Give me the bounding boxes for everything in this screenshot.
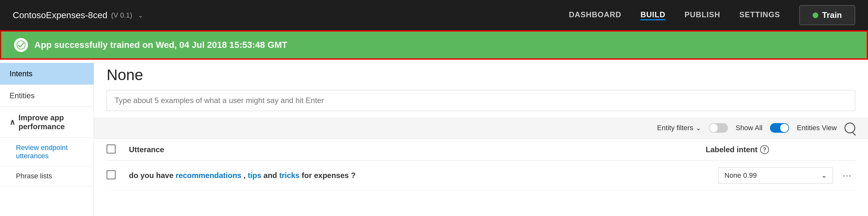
chevron-down-icon[interactable]: ⌄ <box>138 11 143 19</box>
sidebar-item-intents[interactable]: Intents <box>0 63 94 85</box>
utterance-link-tricks[interactable]: tricks <box>279 171 300 180</box>
sidebar-item-phrase-lists[interactable]: Phrase lists <box>0 166 94 186</box>
col-header-intent: Labeled intent ? <box>706 145 833 154</box>
main-content: None Entity filters ⌄ Show All Entities … <box>94 60 868 216</box>
nav-settings[interactable]: SETTINGS <box>739 10 780 21</box>
show-all-toggle[interactable] <box>709 123 728 133</box>
entity-filters-label: Entity filters <box>657 124 693 132</box>
sidebar: Intents Entities ∧ Improve app performan… <box>0 60 94 216</box>
utterance-input[interactable] <box>106 90 855 111</box>
utterance-link-recommendations[interactable]: recommendations <box>176 171 242 180</box>
app-name: ContosoExpenses-8ced <box>13 10 107 21</box>
select-all-checkbox[interactable] <box>106 144 116 154</box>
entities-view-toggle[interactable] <box>770 123 789 133</box>
entity-filters-button[interactable]: Entity filters ⌄ <box>657 124 701 132</box>
col-header-utterance: Utterance <box>129 145 699 154</box>
labeled-intent-help-icon[interactable]: ? <box>760 145 769 154</box>
utterance-text: do you have recommendations , tips and t… <box>129 171 712 180</box>
nav-build[interactable]: BUILD <box>641 10 665 21</box>
row-checkbox[interactable] <box>106 170 116 179</box>
intent-dropdown[interactable]: None 0.99 ⌄ <box>718 167 833 184</box>
nav-publish[interactable]: PUBLISH <box>685 10 720 21</box>
table-row: do you have recommendations , tips and t… <box>106 161 855 190</box>
select-all-checkbox-container <box>106 144 123 155</box>
search-icon[interactable] <box>844 123 855 133</box>
success-banner: App successfully trained on Wed, 04 Jul … <box>0 30 868 60</box>
sidebar-item-review[interactable]: Review endpoint utterances <box>0 138 94 166</box>
nav-links: DASHBOARD BUILD PUBLISH SETTINGS <box>569 10 780 21</box>
table-header: Utterance Labeled intent ? <box>106 139 855 161</box>
nav-dashboard[interactable]: DASHBOARD <box>569 10 621 21</box>
intent-value: None 0.99 <box>724 171 757 180</box>
sidebar-improve-section[interactable]: ∧ Improve app performance <box>0 107 94 138</box>
filter-bar: Entity filters ⌄ Show All Entities View <box>94 117 868 139</box>
sidebar-item-entities[interactable]: Entities <box>0 85 94 107</box>
caret-icon: ∧ <box>9 118 15 127</box>
entities-view-label: Entities View <box>797 124 837 132</box>
app-version: (V 0.1) <box>111 11 132 20</box>
chevron-down-icon: ⌄ <box>696 124 701 132</box>
show-all-label: Show All <box>736 124 762 132</box>
success-icon <box>14 38 28 52</box>
success-message: App successfully trained on Wed, 04 Jul … <box>34 40 287 50</box>
row-checkbox-container <box>106 170 123 181</box>
dropdown-chevron-icon: ⌄ <box>821 171 827 180</box>
train-button[interactable]: Train <box>799 5 855 25</box>
utterances-table: Utterance Labeled intent ? do you have r… <box>94 139 868 190</box>
main-layout: Intents Entities ∧ Improve app performan… <box>0 60 868 216</box>
page-title: None <box>94 60 868 87</box>
utterance-link-tips[interactable]: tips <box>248 171 261 180</box>
train-status-dot <box>813 12 818 18</box>
train-label: Train <box>822 10 842 20</box>
row-more-button[interactable]: ⋯ <box>839 170 855 181</box>
app-title-area: ContosoExpenses-8ced (V 0.1) ⌄ <box>13 10 569 21</box>
top-nav: ContosoExpenses-8ced (V 0.1) ⌄ DASHBOARD… <box>0 0 868 30</box>
